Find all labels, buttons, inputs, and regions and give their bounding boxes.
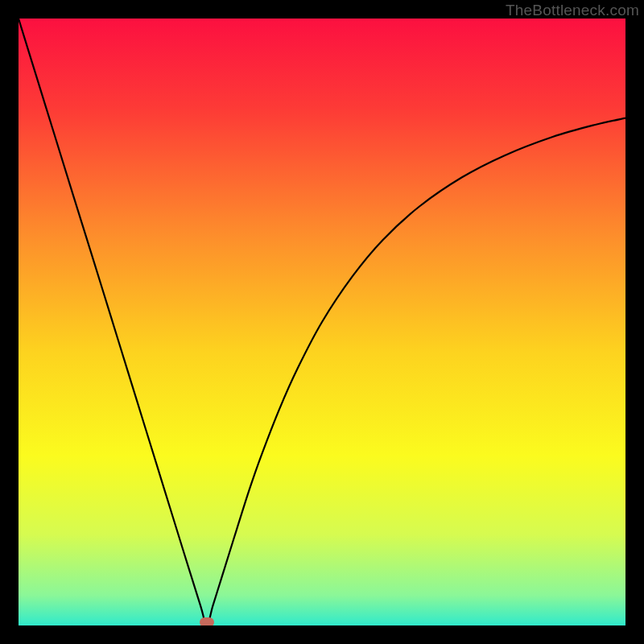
chart-frame: TheBottleneck.com <box>0 0 644 644</box>
watermark-text: TheBottleneck.com <box>506 2 639 19</box>
plot-area <box>19 19 625 625</box>
bottleneck-curve <box>19 19 625 625</box>
minimum-marker <box>200 617 214 625</box>
